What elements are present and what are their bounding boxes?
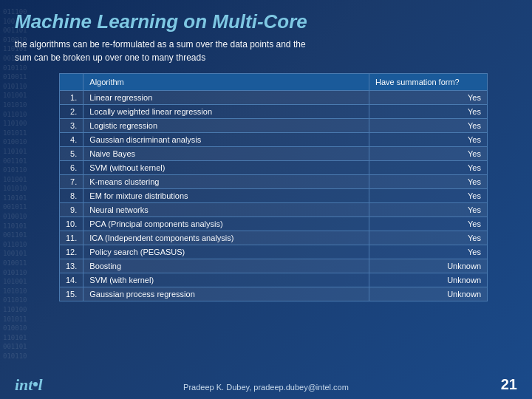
row-answer: Yes bbox=[369, 189, 488, 203]
row-answer: Yes bbox=[369, 105, 488, 119]
row-number: 13. bbox=[60, 259, 83, 273]
row-algorithm: Gaussian process regression bbox=[83, 287, 369, 301]
row-number: 15. bbox=[60, 287, 83, 301]
intel-text: int bbox=[15, 375, 33, 395]
algorithms-table: Algorithm Have summation form? 1.Linear … bbox=[59, 73, 488, 301]
row-algorithm: Logistic regression bbox=[83, 119, 369, 133]
table-row: 3.Logistic regressionYes bbox=[60, 119, 488, 133]
footer-credit: Pradeep K. Dubey, pradeep.dubey@intel.co… bbox=[0, 383, 532, 392]
row-algorithm: PCA (Principal components analysis) bbox=[83, 217, 369, 231]
main-content: Machine Learning on Multi-Core the algor… bbox=[0, 0, 532, 309]
row-algorithm: Neural networks bbox=[83, 203, 369, 217]
row-number: 4. bbox=[60, 133, 83, 147]
intel-text2: l bbox=[38, 375, 42, 395]
table-row: 9.Neural networksYes bbox=[60, 203, 488, 217]
row-number: 8. bbox=[60, 189, 83, 203]
table-row: 1.Linear regressionYes bbox=[60, 91, 488, 105]
row-answer: Yes bbox=[369, 161, 488, 175]
row-answer: Yes bbox=[369, 217, 488, 231]
table-row: 15.Gaussian process regressionUnknown bbox=[60, 287, 488, 301]
row-algorithm: Locally weighted linear regression bbox=[83, 105, 369, 119]
row-number: 3. bbox=[60, 119, 83, 133]
row-number: 12. bbox=[60, 245, 83, 259]
row-number: 10. bbox=[60, 217, 83, 231]
page-number: 21 bbox=[501, 376, 517, 393]
row-number: 11. bbox=[60, 231, 83, 245]
row-algorithm: K-means clustering bbox=[83, 175, 369, 189]
row-algorithm: SVM (without kernel) bbox=[83, 161, 369, 175]
table-row: 11.ICA (Independent components analysis)… bbox=[60, 231, 488, 245]
row-answer: Yes bbox=[369, 245, 488, 259]
row-answer: Yes bbox=[369, 231, 488, 245]
subtitle: the algorithms can be re-formulated as a… bbox=[15, 38, 517, 64]
row-answer: Yes bbox=[369, 91, 488, 105]
row-algorithm: SVM (with kernel) bbox=[83, 273, 369, 287]
row-algorithm: Gaussian discriminant analysis bbox=[83, 133, 369, 147]
row-algorithm: Policy search (PEGASUS) bbox=[83, 245, 369, 259]
row-number: 1. bbox=[60, 91, 83, 105]
row-answer: Yes bbox=[369, 147, 488, 161]
row-answer: Yes bbox=[369, 203, 488, 217]
table-row: 7.K-means clusteringYes bbox=[60, 175, 488, 189]
page-title: Machine Learning on Multi-Core bbox=[15, 10, 517, 33]
row-algorithm: Linear regression bbox=[83, 91, 369, 105]
table-header: Algorithm Have summation form? bbox=[60, 74, 488, 91]
row-algorithm: Boosting bbox=[83, 259, 369, 273]
row-number: 5. bbox=[60, 147, 83, 161]
table-row: 13.BoostingUnknown bbox=[60, 259, 488, 273]
row-answer: Unknown bbox=[369, 273, 488, 287]
header-summation: Have summation form? bbox=[369, 74, 488, 91]
row-answer: Unknown bbox=[369, 259, 488, 273]
row-number: 14. bbox=[60, 273, 83, 287]
row-answer: Yes bbox=[369, 133, 488, 147]
header-num bbox=[60, 74, 83, 91]
table-row: 6.SVM (without kernel)Yes bbox=[60, 161, 488, 175]
row-algorithm: EM for mixture distributions bbox=[83, 189, 369, 203]
header-algo: Algorithm bbox=[83, 74, 369, 91]
row-answer: Unknown bbox=[369, 287, 488, 301]
table-row: 12.Policy search (PEGASUS)Yes bbox=[60, 245, 488, 259]
row-algorithm: Naive Bayes bbox=[83, 147, 369, 161]
table-row: 14.SVM (with kernel)Unknown bbox=[60, 273, 488, 287]
table-row: 5.Naive BayesYes bbox=[60, 147, 488, 161]
row-number: 2. bbox=[60, 105, 83, 119]
table-row: 8.EM for mixture distributionsYes bbox=[60, 189, 488, 203]
row-number: 6. bbox=[60, 161, 83, 175]
table-row: 4.Gaussian discriminant analysisYes bbox=[60, 133, 488, 147]
row-answer: Yes bbox=[369, 119, 488, 133]
row-number: 7. bbox=[60, 175, 83, 189]
table-row: 2.Locally weighted linear regressionYes bbox=[60, 105, 488, 119]
row-answer: Yes bbox=[369, 175, 488, 189]
intel-logo: int l bbox=[15, 375, 43, 395]
row-algorithm: ICA (Independent components analysis) bbox=[83, 231, 369, 245]
row-number: 9. bbox=[60, 203, 83, 217]
table-row: 10.PCA (Principal components analysis)Ye… bbox=[60, 217, 488, 231]
